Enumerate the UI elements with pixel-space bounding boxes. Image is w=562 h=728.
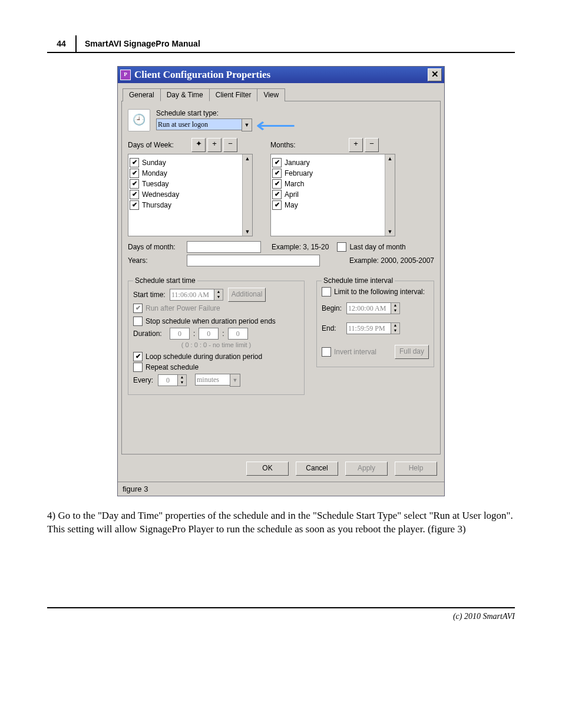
- scroll-down-icon[interactable]: ▼: [245, 229, 250, 235]
- no-time-limit-label: ( 0 : 0 : 0 - no time limit ): [133, 341, 299, 348]
- tab-day-and-time[interactable]: Day & Time: [160, 88, 210, 101]
- window-title: Client Configuration Properties: [134, 69, 270, 81]
- duration-label: Duration:: [133, 330, 170, 338]
- days-of-month-example: Example: 3, 15-20: [272, 243, 329, 251]
- cancel-button[interactable]: Cancel: [296, 462, 338, 476]
- months-scrollbar[interactable]: ▲▼: [385, 154, 395, 236]
- month-may[interactable]: ✔May: [272, 200, 384, 210]
- schedule-start-type-combo[interactable]: ▼: [156, 118, 252, 131]
- dropdown-icon[interactable]: ▼: [230, 374, 240, 387]
- month-february[interactable]: ✔February: [272, 169, 384, 178]
- schedule-start-type-value[interactable]: [156, 118, 242, 130]
- duration-s-input[interactable]: [228, 328, 248, 340]
- scroll-up-icon[interactable]: ▲: [245, 156, 250, 162]
- manual-title: SmartAVI SignagePro Manual: [77, 35, 200, 52]
- schedule-time-interval-legend: Schedule time interval: [322, 276, 395, 285]
- stop-schedule-checkbox[interactable]: Stop schedule when duration period ends: [133, 317, 299, 326]
- duration-h-input[interactable]: [170, 328, 190, 340]
- days-of-week-label: Days of Week:: [128, 141, 190, 149]
- months-listbox[interactable]: ✔January ✔February ✔March ✔April ✔May ▲▼: [270, 154, 395, 236]
- begin-time-input[interactable]: ▲▼: [346, 302, 400, 314]
- every-value-input[interactable]: ▲▼: [158, 374, 187, 386]
- day-tuesday[interactable]: ✔Tuesday: [130, 179, 241, 189]
- day-wednesday[interactable]: ✔Wednesday: [130, 190, 241, 199]
- schedule-start-time-group: Schedule start time Start time: ▲▼ Addit…: [128, 281, 305, 395]
- tab-panel: 🕘 Schedule start type: ▼ ⟵: [121, 101, 441, 454]
- help-button[interactable]: Help: [395, 462, 437, 476]
- dialog-window: P Client Configuration Properties ✕ Gene…: [117, 66, 445, 496]
- page-number: 44: [47, 35, 77, 52]
- loop-schedule-checkbox[interactable]: ✔Loop schedule during duration period: [133, 352, 299, 361]
- hint-arrow-icon: ⟵: [256, 121, 296, 129]
- dialog-button-row: OK Cancel Apply Help: [118, 458, 444, 482]
- schedule-start-time-legend: Schedule start time: [133, 276, 197, 285]
- tab-view[interactable]: View: [257, 88, 285, 101]
- apply-button[interactable]: Apply: [345, 462, 388, 476]
- every-label: Every:: [133, 376, 158, 384]
- page-footer: (c) 2010 SmartAVI: [47, 607, 515, 621]
- end-label: End:: [322, 324, 346, 332]
- additional-button[interactable]: Additional: [228, 288, 266, 302]
- last-day-of-month-checkbox[interactable]: Last day of month: [337, 242, 405, 252]
- ok-button[interactable]: OK: [246, 462, 289, 476]
- app-icon: P: [120, 70, 131, 80]
- tab-strip: General Day & Time Client Filter View: [118, 83, 444, 101]
- days-select-all-button[interactable]: +: [207, 138, 222, 152]
- invert-interval-checkbox[interactable]: Invert interval: [322, 347, 376, 357]
- month-april[interactable]: ✔April: [272, 190, 384, 199]
- days-scrollbar[interactable]: ▲▼: [242, 154, 252, 236]
- years-input[interactable]: [187, 255, 320, 266]
- spinner-icon[interactable]: ▲▼: [214, 289, 223, 301]
- days-listbox[interactable]: ✔Sunday ✔Monday ✔Tuesday ✔Wednesday ✔Thu…: [128, 154, 253, 236]
- spinner-icon[interactable]: ▲▼: [391, 302, 400, 314]
- months-label: Months:: [270, 141, 347, 149]
- days-of-month-label: Days of month:: [128, 243, 187, 251]
- schedule-icon: 🕘: [128, 109, 150, 131]
- figure-caption: 4) Go to the "Day and Time" properties o…: [47, 509, 515, 536]
- repeat-schedule-checkbox[interactable]: Repeat schedule: [133, 363, 299, 372]
- tab-client-filter[interactable]: Client Filter: [209, 88, 258, 101]
- wizard-button[interactable]: ✦: [191, 138, 206, 152]
- tab-general[interactable]: General: [123, 88, 161, 101]
- day-sunday[interactable]: ✔Sunday: [130, 158, 241, 167]
- day-thursday[interactable]: ✔Thursday: [130, 200, 241, 210]
- start-time-label: Start time:: [133, 291, 170, 299]
- days-of-month-input[interactable]: [187, 241, 261, 253]
- dropdown-icon[interactable]: ▼: [242, 118, 252, 131]
- spinner-icon[interactable]: ▲▼: [391, 322, 400, 334]
- month-january[interactable]: ✔January: [272, 158, 384, 167]
- status-bar: figure 3: [118, 482, 444, 496]
- begin-label: Begin:: [322, 304, 346, 312]
- month-march[interactable]: ✔March: [272, 179, 384, 189]
- screenshot: P Client Configuration Properties ✕ Gene…: [117, 66, 445, 496]
- start-time-input[interactable]: ▲▼: [170, 289, 223, 301]
- titlebar: P Client Configuration Properties ✕: [118, 67, 444, 83]
- limit-interval-checkbox[interactable]: Limit to the following interval:: [322, 287, 429, 297]
- day-monday[interactable]: ✔Monday: [130, 169, 241, 178]
- close-button[interactable]: ✕: [428, 68, 442, 81]
- spinner-icon[interactable]: ▲▼: [178, 374, 187, 386]
- schedule-start-type-row: 🕘 Schedule start type: ▼ ⟵: [128, 109, 434, 131]
- months-deselect-all-button[interactable]: −: [365, 138, 379, 152]
- every-unit-combo[interactable]: ▼: [195, 374, 240, 387]
- full-day-button[interactable]: Full day: [395, 345, 429, 359]
- run-after-power-failure-checkbox[interactable]: ✔Run after Power Failure: [133, 304, 299, 313]
- years-label: Years:: [128, 256, 187, 265]
- schedule-time-interval-group: Schedule time interval Limit to the foll…: [316, 281, 434, 367]
- days-deselect-all-button[interactable]: −: [223, 138, 237, 152]
- page-header: 44 SmartAVI SignagePro Manual: [47, 35, 515, 53]
- end-time-input[interactable]: ▲▼: [346, 322, 400, 334]
- duration-m-input[interactable]: [199, 328, 219, 340]
- scroll-down-icon[interactable]: ▼: [388, 229, 393, 235]
- years-example: Example: 2000, 2005-2007: [349, 256, 434, 265]
- scroll-up-icon[interactable]: ▲: [388, 156, 393, 162]
- months-select-all-button[interactable]: +: [349, 138, 363, 152]
